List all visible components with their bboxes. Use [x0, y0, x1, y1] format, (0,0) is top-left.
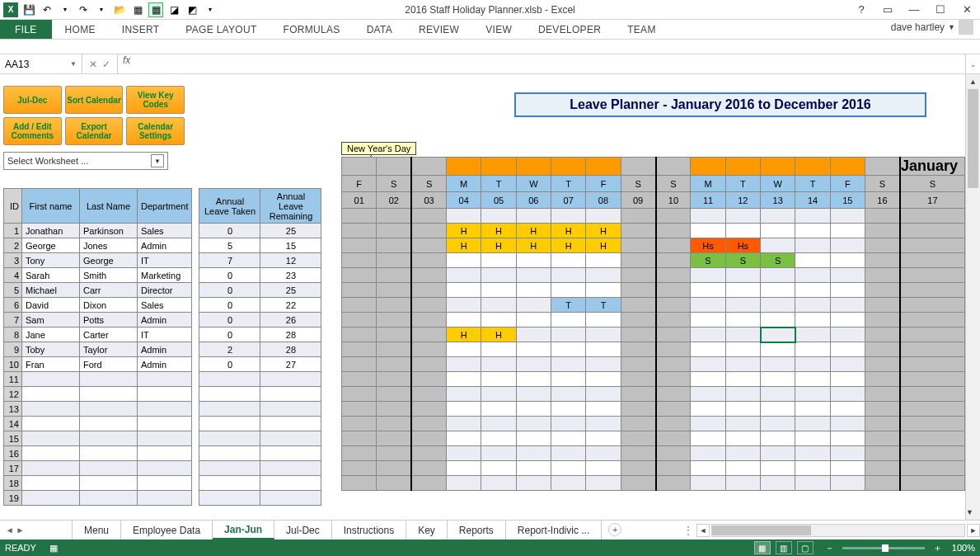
- calendar-cell[interactable]: [830, 224, 865, 238]
- calendar-cell[interactable]: [900, 402, 965, 417]
- calendar-cell[interactable]: [691, 313, 725, 327]
- calendar-cell[interactable]: [795, 253, 830, 268]
- calendar-cell[interactable]: [447, 387, 481, 402]
- sheet-tab-reports[interactable]: Reports: [448, 521, 506, 540]
- calendar-cell[interactable]: [691, 342, 725, 357]
- calendar-cell[interactable]: [656, 253, 691, 268]
- calendar-cell[interactable]: [725, 402, 760, 417]
- calendar-row[interactable]: SSS: [342, 253, 965, 268]
- tab-data[interactable]: DATA: [354, 20, 406, 39]
- calendar-cell[interactable]: [900, 283, 965, 298]
- qat-icon-3[interactable]: ◪: [166, 2, 181, 17]
- calendar-cell[interactable]: [656, 476, 691, 491]
- calendar-cell[interactable]: H: [516, 238, 551, 253]
- calendar-cell[interactable]: [761, 431, 795, 446]
- calendar-cell[interactable]: [656, 431, 691, 446]
- calendar-cell[interactable]: [691, 357, 725, 372]
- calendar-cell[interactable]: [656, 283, 691, 298]
- calendar-cell[interactable]: [761, 313, 795, 327]
- calendar-cell[interactable]: [900, 431, 965, 446]
- calendar-cell[interactable]: [551, 372, 586, 387]
- calendar-cell[interactable]: H: [447, 224, 481, 238]
- calendar-cell[interactable]: H: [447, 238, 481, 253]
- staff-row[interactable]: 5MichaelCarrDirector 025: [4, 283, 321, 298]
- calendar-row[interactable]: [342, 446, 965, 461]
- calendar-cell[interactable]: [830, 461, 865, 476]
- calendar-cell[interactable]: S: [761, 253, 795, 268]
- calendar-cell[interactable]: [830, 253, 865, 268]
- calendar-cell[interactable]: [830, 446, 865, 461]
- calendar-cell[interactable]: [447, 342, 481, 357]
- calendar-cell[interactable]: [481, 431, 516, 446]
- calendar-cell[interactable]: [761, 238, 795, 253]
- calendar-cell[interactable]: [342, 342, 377, 357]
- close-icon[interactable]: ✕: [957, 2, 977, 18]
- qat-icon-2[interactable]: ▦: [148, 2, 163, 17]
- calendar-cell[interactable]: [761, 224, 795, 238]
- calendar-cell[interactable]: [342, 476, 377, 491]
- calendar-cell[interactable]: [795, 417, 830, 431]
- calendar-cell[interactable]: [621, 387, 655, 402]
- calendar-row[interactable]: HHHHH: [342, 224, 965, 238]
- calendar-cell[interactable]: [656, 446, 691, 461]
- staff-row[interactable]: 7SamPottsAdmin 026: [4, 313, 321, 327]
- staff-row[interactable]: 2GeorgeJonesAdmin 515: [4, 238, 321, 253]
- calendar-cell[interactable]: [691, 461, 725, 476]
- calendar-cell[interactable]: [725, 417, 760, 431]
- calendar-cell[interactable]: [900, 372, 965, 387]
- calendar-cell[interactable]: [761, 402, 795, 417]
- calendar-cell[interactable]: [865, 253, 900, 268]
- calendar-cell[interactable]: [586, 431, 621, 446]
- staff-row[interactable]: 1JonathanParkinsonSales 025: [4, 224, 321, 238]
- calendar-cell[interactable]: [865, 209, 900, 224]
- tab-insert[interactable]: INSERT: [109, 20, 173, 39]
- calendar-cell[interactable]: [795, 402, 830, 417]
- calendar-cell[interactable]: [586, 313, 621, 327]
- calendar-row[interactable]: [342, 387, 965, 402]
- tab-home[interactable]: HOME: [52, 20, 109, 39]
- calendar-cell[interactable]: [481, 313, 516, 327]
- page-break-icon[interactable]: ▢: [797, 541, 814, 554]
- calendar-cell[interactable]: [586, 387, 621, 402]
- calendar-cell[interactable]: [516, 417, 551, 431]
- vertical-scrollbar[interactable]: ▲ ▼: [965, 74, 980, 520]
- calendar-cell[interactable]: [830, 431, 865, 446]
- calendar-cell[interactable]: [481, 446, 516, 461]
- calendar-row[interactable]: TT: [342, 298, 965, 313]
- calendar-cell[interactable]: [900, 253, 965, 268]
- calendar-cell[interactable]: [900, 387, 965, 402]
- calendar-cell[interactable]: [377, 387, 411, 402]
- calendar-cell[interactable]: [621, 224, 655, 238]
- calendar-cell[interactable]: [761, 461, 795, 476]
- zoom-slider[interactable]: [842, 547, 925, 549]
- dropdown-icon[interactable]: ▼: [151, 154, 164, 167]
- calendar-cell[interactable]: [795, 298, 830, 313]
- calendar-cell[interactable]: [900, 357, 965, 372]
- calendar-row[interactable]: [342, 476, 965, 491]
- cancel-icon[interactable]: ✕: [89, 59, 97, 70]
- calendar-cell[interactable]: [447, 268, 481, 283]
- calendar-cell[interactable]: [865, 283, 900, 298]
- calendar-cell[interactable]: [516, 476, 551, 491]
- calendar-cell[interactable]: [516, 372, 551, 387]
- help-icon[interactable]: ?: [851, 2, 871, 18]
- calendar-cell[interactable]: [551, 446, 586, 461]
- staff-row-empty[interactable]: 15: [4, 431, 321, 446]
- calendar-cell[interactable]: [691, 372, 725, 387]
- calendar-cell[interactable]: [342, 372, 377, 387]
- calendar-cell[interactable]: [621, 298, 655, 313]
- calendar-cell[interactable]: T: [586, 298, 621, 313]
- sheet-tab-instructions[interactable]: Instructions: [332, 521, 406, 540]
- calendar-cell[interactable]: H: [586, 238, 621, 253]
- calendar-cell[interactable]: [725, 372, 760, 387]
- staff-row[interactable]: 6DavidDixonSales 022: [4, 298, 321, 313]
- calendar-cell[interactable]: Hs: [725, 238, 760, 253]
- calendar-cell[interactable]: [795, 387, 830, 402]
- calendar-cell[interactable]: [725, 268, 760, 283]
- calendar-cell[interactable]: [761, 283, 795, 298]
- calendar-cell[interactable]: [761, 387, 795, 402]
- calendar-cell[interactable]: [411, 402, 446, 417]
- calendar-cell[interactable]: [656, 238, 691, 253]
- staff-row-empty[interactable]: 19: [4, 491, 321, 506]
- calendar-cell[interactable]: [656, 224, 691, 238]
